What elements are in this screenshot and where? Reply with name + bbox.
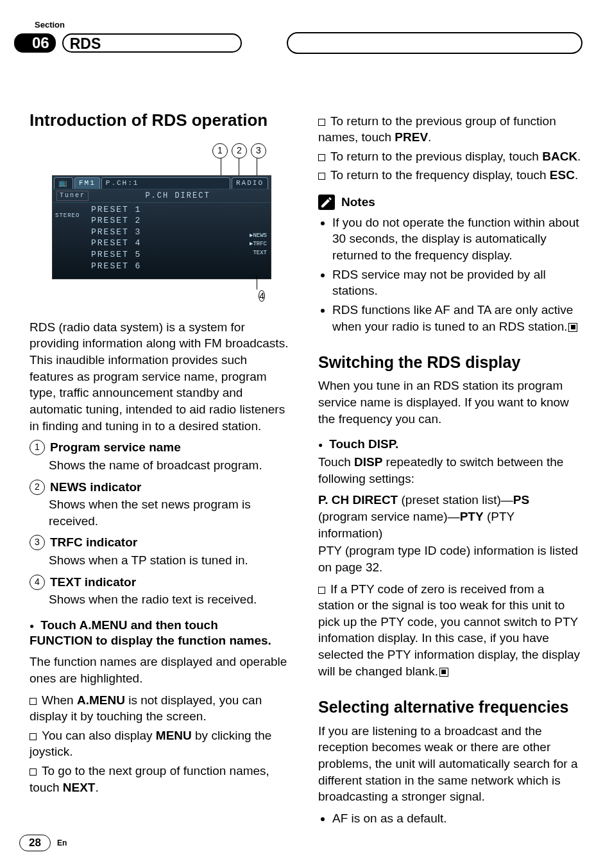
pty-zero-note: If a PTY code of zero is received from a… [318, 581, 581, 680]
legend-4-num: 4 [30, 575, 45, 590]
tab-pch: P.CH:1 [101, 177, 230, 189]
heading-switching: Switching the RDS display [318, 352, 581, 372]
legend-2: 2 NEWS indicator [30, 479, 293, 496]
preset-1: PRESET 1 [91, 204, 267, 216]
legend-4: 4 TEXT indicator [30, 574, 293, 591]
tab-fm: FM1 [74, 177, 100, 189]
legend-3-title: TRFC indicator [50, 534, 137, 551]
note-next: To go to the next group of function name… [30, 763, 293, 795]
legend-2-title: NEWS indicator [50, 479, 142, 496]
step-body: The function names are displayed and ope… [30, 654, 293, 686]
notes-list: If you do not operate the function withi… [318, 214, 581, 334]
end-mark-icon [568, 323, 577, 332]
note-item-1: If you do not operate the function withi… [332, 214, 581, 264]
top-callouts: 1 2 3 [212, 143, 266, 159]
tuner-label: Tuner [56, 191, 89, 201]
page: Section 06 RDS Introduction of RDS opera… [0, 0, 612, 868]
legend-3-body: Shows when a TP station is tuned in. [49, 552, 293, 569]
heading-alt-freq: Selecting alternative frequencies [318, 697, 581, 717]
note-prev: To return to the previous group of funct… [318, 113, 581, 146]
pencil-icon [318, 195, 335, 210]
text-indicator: TEXT [250, 249, 267, 258]
legend-3: 3 TRFC indicator [30, 534, 293, 551]
heading-intro: Introduction of RDS operation [30, 110, 293, 130]
disp-pty-ref: PTY (program type ID code) information i… [318, 542, 581, 575]
touch-disp-head: Touch DISP. [318, 436, 581, 453]
callout-4: 4 [259, 290, 265, 302]
disp-sequence: P. CH DIRECT (preset station list)—PS (p… [318, 492, 581, 541]
switching-intro: When you tune in an RDS station its prog… [318, 378, 581, 427]
legend-1-num: 1 [30, 440, 45, 455]
legend-3-num: 3 [30, 535, 45, 550]
step-head-line2: FUNCTION to display the function names. [30, 632, 293, 649]
legend-4-title: TEXT indicator [50, 574, 136, 591]
news-indicator: ▶NEWS [250, 232, 267, 241]
stereo-label: STEREO [55, 212, 80, 220]
tab-radio: RADIO [232, 177, 268, 189]
bottom-callout: 4 [259, 287, 265, 304]
device-screenshot: 1 2 3 📺 FM1 P.CH:1 RADIO Tuner P.CH DIRE… [52, 143, 270, 304]
screen-row2: Tuner P.CH DIRECT [53, 189, 271, 203]
legend-1-title: Program service name [50, 439, 181, 456]
pch-direct-label: P.CH DIRECT [145, 191, 210, 201]
notes-heading: Notes [318, 194, 581, 211]
legend-2-num: 2 [30, 480, 45, 495]
chapter-title: RDS [62, 33, 242, 53]
note-item-2: RDS service may not be provided by all s… [332, 266, 581, 299]
footer-lang: En [57, 838, 67, 848]
preset-4: PRESET 4 [91, 238, 267, 249]
legend-1: 1 Program service name [30, 439, 293, 456]
callout-3: 3 [251, 143, 266, 159]
af-default: AF is on as a default. [332, 810, 581, 827]
note-back: To return to the previous display, touch… [318, 148, 581, 165]
header-row: 06 RDS [30, 32, 582, 54]
step-head-line1: Touch A.MENU and then touch [30, 617, 293, 634]
lcd-screen: 📺 FM1 P.CH:1 RADIO Tuner P.CH DIRECT STE… [52, 175, 271, 279]
alt-freq-intro: If you are listening to a broadcast and … [318, 723, 581, 805]
intro-paragraph: RDS (radio data system) is a system for … [30, 319, 293, 434]
preset-5: PRESET 5 [91, 249, 267, 261]
columns: Introduction of RDS operation 1 2 3 📺 FM… [30, 110, 582, 829]
af-list: AF is on as a default. [318, 810, 581, 827]
preset-6: PRESET 6 [91, 261, 267, 272]
legend-4-body: Shows when the radio text is received. [49, 591, 293, 608]
note-menu: You can also display MENU by clicking th… [30, 727, 293, 760]
legend-1-body: Shows the name of broadcast program. [49, 457, 293, 474]
section-label: Section [35, 19, 582, 31]
trfc-indicator: ▶TRFC [250, 240, 267, 249]
section-number: 06 [14, 33, 56, 53]
right-column: To return to the previous group of funct… [318, 110, 581, 829]
disp-body: Touch DISP repeatedly to switch between … [318, 454, 581, 487]
left-column: Introduction of RDS operation 1 2 3 📺 FM… [30, 110, 293, 829]
note-esc: To return to the frequency display, touc… [318, 167, 581, 184]
callout-1: 1 [212, 143, 228, 159]
note-item-3: RDS functions like AF and TA are only ac… [332, 302, 581, 334]
preset-3: PRESET 3 [91, 227, 267, 238]
right-indicators: ▶NEWS ▶TRFC TEXT [250, 232, 267, 258]
page-number: 28 [19, 835, 51, 851]
note-amenu: When A.MENU is not displayed, you can di… [30, 692, 293, 725]
preset-list: STEREO PRESET 1 PRESET 2 PRESET 3 PRESET… [53, 203, 271, 273]
screen-tab-row: 📺 FM1 P.CH:1 RADIO [53, 176, 271, 189]
preset-2: PRESET 2 [91, 215, 267, 227]
notes-label: Notes [341, 194, 375, 211]
footer: 28 En [19, 835, 67, 851]
header-spacer-pill [287, 32, 582, 54]
lead-line [257, 275, 257, 290]
callout-2: 2 [232, 143, 247, 159]
legend-2-body: Shows when the set news program is recei… [49, 496, 293, 529]
tab-icon: 📺 [54, 177, 73, 189]
end-mark-icon [439, 668, 448, 677]
